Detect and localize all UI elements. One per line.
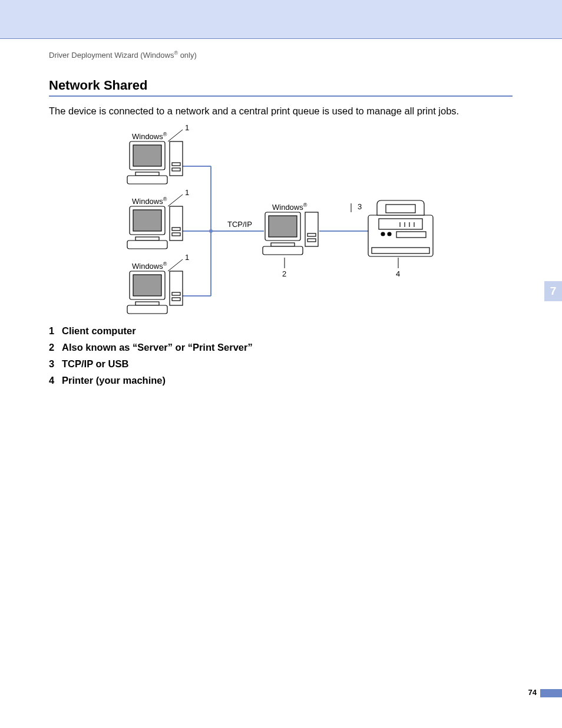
svg-rect-18	[172, 168, 180, 171]
callout-2: 2	[282, 269, 286, 278]
callout-1b: 1	[185, 188, 189, 197]
legend-item: 2Also known as “Server” or “Print Server…	[49, 339, 253, 355]
svg-line-8	[168, 195, 183, 206]
legend: 1Client computer 2Also known as “Server”…	[49, 322, 253, 388]
callout-4: 4	[396, 269, 400, 278]
breadcrumb: Driver Deployment Wizard (Windows® only)	[49, 50, 197, 60]
client-label-2: Windows®	[132, 196, 167, 206]
svg-point-46	[388, 232, 391, 236]
network-diagram: Windows® Windows® Windows® Windows® TCP/…	[124, 121, 436, 318]
svg-rect-47	[396, 232, 426, 238]
svg-line-9	[168, 259, 183, 271]
svg-rect-14	[133, 145, 161, 166]
svg-rect-40	[308, 233, 316, 236]
svg-rect-39	[308, 239, 316, 242]
svg-rect-30	[127, 305, 167, 314]
client-label-3: Windows®	[132, 261, 167, 271]
protocol-label: TCP/IP	[227, 220, 252, 229]
svg-point-6	[209, 229, 213, 233]
callout-1c: 1	[185, 253, 189, 262]
section-body: The device is connected to a network and…	[49, 106, 459, 117]
callout-3: 3	[358, 202, 362, 211]
legend-item: 4Printer (your machine)	[49, 372, 253, 388]
svg-rect-37	[263, 246, 303, 255]
svg-rect-43	[386, 205, 415, 213]
breadcrumb-text-prefix: Driver Deployment Wizard (Windows	[49, 51, 174, 60]
svg-rect-28	[133, 275, 161, 296]
svg-rect-32	[172, 298, 180, 301]
svg-rect-44	[379, 219, 422, 229]
svg-rect-26	[172, 228, 180, 230]
svg-rect-35	[269, 216, 297, 237]
svg-rect-36	[271, 243, 295, 246]
server-label: Windows®	[272, 202, 307, 212]
svg-rect-33	[172, 292, 180, 295]
section-title: Network Shared	[49, 78, 148, 93]
svg-rect-25	[172, 233, 180, 236]
svg-rect-19	[172, 163, 180, 166]
svg-rect-23	[127, 241, 167, 249]
svg-rect-29	[135, 302, 159, 305]
client-label-1: Windows®	[132, 131, 167, 141]
svg-rect-22	[135, 237, 159, 241]
legend-item: 3TCP/IP or USB	[49, 355, 253, 372]
page-number: 74	[528, 688, 537, 697]
callout-1a: 1	[185, 123, 189, 132]
svg-rect-15	[135, 172, 159, 176]
svg-line-7	[168, 130, 183, 141]
svg-rect-16	[127, 176, 167, 184]
breadcrumb-text-suffix: only)	[178, 51, 197, 60]
chapter-tab: 7	[544, 281, 562, 301]
section-rule	[49, 95, 513, 97]
header-rule	[0, 38, 562, 39]
page-number-bar	[540, 689, 562, 697]
svg-rect-21	[133, 210, 161, 231]
header-band	[0, 0, 562, 38]
svg-point-45	[381, 232, 385, 236]
legend-item: 1Client computer	[49, 322, 253, 339]
svg-rect-42	[372, 248, 429, 253]
